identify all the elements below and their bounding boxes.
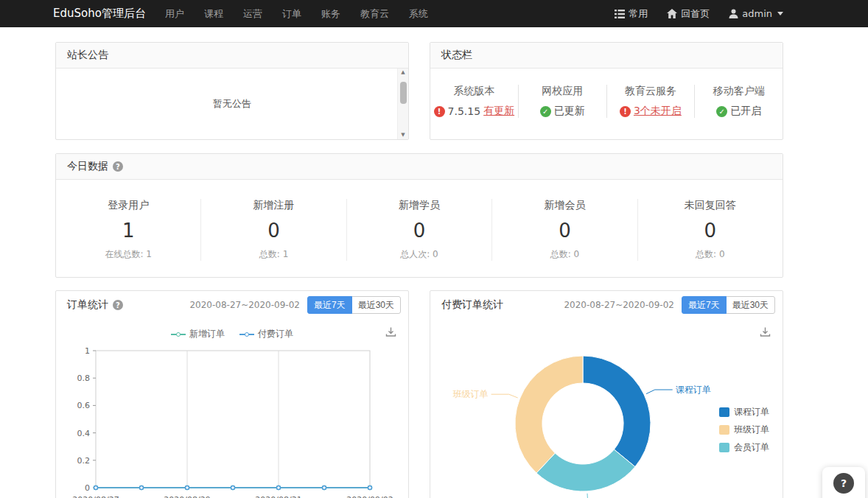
svg-text:2020/09/02: 2020/09/02	[346, 495, 393, 498]
svg-text:2020/08/27: 2020/08/27	[72, 495, 119, 498]
today-label: 新增注册	[201, 199, 346, 212]
today-label: 新增会员	[492, 199, 637, 212]
nav-item-system[interactable]: 系统	[409, 7, 428, 21]
today-sub: 总数: 1	[201, 248, 346, 261]
legend-item-paid-orders[interactable]: 付费订单	[239, 328, 293, 340]
last30-button[interactable]: 最近30天	[726, 296, 775, 314]
today-value: 0	[492, 220, 637, 242]
home-icon	[667, 9, 677, 18]
help-widget: ?	[822, 467, 865, 498]
date-range: 2020-08-27~2020-09-02	[564, 300, 674, 310]
status-value-text: 已开启	[730, 105, 761, 118]
legend-swatch	[719, 425, 729, 435]
announcement-empty-text: 暂无公告	[213, 97, 251, 111]
check-icon: ✓	[540, 106, 551, 117]
quick-nav-label: 常用	[629, 7, 648, 21]
main-nav: 用户 课程 运营 订单 账务 教育云 系统	[165, 7, 615, 21]
nav-item-educloud[interactable]: 教育云	[360, 7, 389, 21]
svg-text:0: 0	[85, 483, 90, 493]
chevron-down-icon	[777, 12, 783, 15]
list-icon	[615, 10, 625, 18]
status-label: 网校应用	[519, 85, 606, 98]
help-circle-icon[interactable]: ?	[113, 300, 123, 310]
home-link[interactable]: 回首页	[667, 7, 710, 21]
announcement-title: 站长公告	[67, 49, 108, 62]
warning-icon: !	[434, 106, 445, 117]
check-icon: ✓	[716, 106, 727, 117]
update-available-link[interactable]: 有更新	[483, 105, 514, 118]
nav-item-users[interactable]: 用户	[165, 7, 184, 21]
today-item-new-members: 新增会员 0 总数: 0	[492, 199, 637, 261]
legend-item-member-orders[interactable]: 会员订单	[719, 441, 769, 454]
order-stats-panel: 订单统计 ? 2020-08-27~2020-09-02 最近7天 最近30天 …	[55, 290, 409, 498]
today-sub: 在线总数: 1	[56, 248, 200, 261]
today-label: 登录用户	[56, 199, 200, 212]
status-item-educloud-service: 教育云服务 ! 3个未开启	[607, 85, 696, 118]
today-value: 0	[347, 220, 491, 242]
download-icon[interactable]	[385, 326, 396, 340]
legend-item-new-orders[interactable]: 新增订单	[171, 328, 225, 340]
svg-text:1: 1	[85, 346, 90, 356]
today-item-login-users: 登录用户 1 在线总数: 1	[56, 199, 201, 261]
status-value-text: 已更新	[554, 105, 585, 118]
svg-text:2020/08/31: 2020/08/31	[255, 495, 301, 498]
scroll-thumb[interactable]	[400, 82, 407, 104]
last7-button[interactable]: 最近7天	[307, 296, 352, 314]
navbar-right: 常用 回首页 admin	[615, 7, 783, 21]
legend-swatch	[719, 443, 729, 452]
quick-nav-menu[interactable]: 常用	[615, 7, 648, 21]
status-item-system-version: 系统版本 ! 7.5.15 有更新	[430, 85, 519, 118]
status-label: 系统版本	[430, 85, 518, 98]
scroll-down-icon[interactable]: ▼	[401, 133, 405, 138]
nav-item-orders[interactable]: 订单	[282, 7, 301, 21]
legend-label: 班级订单	[734, 424, 769, 436]
not-enabled-link[interactable]: 3个未开启	[634, 105, 682, 118]
status-label: 教育云服务	[607, 85, 695, 98]
legend-label: 课程订单	[734, 406, 769, 418]
scroll-up-icon[interactable]: ▲	[401, 70, 405, 75]
scrollbar[interactable]: ▲ ▼	[397, 69, 408, 139]
help-button[interactable]: ?	[833, 473, 854, 494]
announcement-panel: 站长公告 暂无公告 ▲ ▼	[55, 42, 409, 140]
nav-item-courses[interactable]: 课程	[204, 7, 223, 21]
top-navbar: EduSoho管理后台 用户 课程 运营 订单 账务 教育云 系统 常用 回首页…	[0, 0, 868, 27]
last30-button[interactable]: 最近30天	[351, 296, 401, 314]
status-value-text: 7.5.15	[448, 105, 481, 117]
brand-logo[interactable]: EduSoho管理后台	[53, 7, 146, 21]
donut-legend: 课程订单 班级订单 会员订单	[719, 406, 769, 454]
last7-button[interactable]: 最近7天	[682, 296, 727, 314]
legend-swatch	[719, 407, 729, 417]
order-line-chart: 00.20.40.60.812020/08/272020/08/292020/0…	[65, 345, 399, 498]
nav-item-finance[interactable]: 账务	[321, 7, 340, 21]
home-label: 回首页	[681, 7, 710, 21]
today-label: 未回复回答	[638, 199, 783, 212]
range-button-group: 最近7天 最近30天	[307, 296, 401, 314]
paid-order-stats-panel: 付费订单统计 2020-08-27~2020-09-02 最近7天 最近30天 …	[430, 290, 783, 498]
today-item-new-students: 新增学员 0 总人次: 0	[347, 199, 492, 261]
legend-label: 新增订单	[189, 328, 225, 340]
today-panel: 今日数据 ? 登录用户 1 在线总数: 1 新增注册 0 总数: 1 新增学员 …	[55, 153, 783, 278]
legend-label: 付费订单	[258, 328, 293, 340]
today-value: 0	[201, 220, 346, 242]
today-value: 1	[56, 220, 200, 242]
status-label: 移动客户端	[695, 85, 783, 98]
user-icon	[729, 9, 738, 18]
svg-text:0.8: 0.8	[77, 374, 91, 383]
line-chart-legend: 新增订单 付费订单	[65, 328, 399, 340]
user-menu[interactable]: admin	[729, 8, 783, 19]
legend-label: 会员订单	[734, 441, 769, 454]
today-sub: 总数: 0	[638, 248, 783, 261]
svg-text:班级订单: 班级订单	[453, 389, 489, 399]
legend-item-class-orders[interactable]: 班级订单	[719, 424, 769, 436]
line-marker	[171, 334, 186, 335]
today-item-unanswered: 未回复回答 0 总数: 0	[638, 199, 783, 261]
line-marker	[239, 334, 254, 335]
today-label: 新增学员	[347, 199, 491, 212]
nav-item-operations[interactable]: 运营	[243, 7, 262, 21]
status-item-school-app: 网校应用 ✓ 已更新	[519, 85, 607, 118]
today-sub: 总数: 0	[492, 248, 637, 261]
svg-text:课程订单: 课程订单	[676, 385, 711, 395]
help-circle-icon[interactable]: ?	[113, 161, 123, 172]
user-name: admin	[742, 8, 772, 19]
legend-item-course-orders[interactable]: 课程订单	[719, 406, 769, 418]
